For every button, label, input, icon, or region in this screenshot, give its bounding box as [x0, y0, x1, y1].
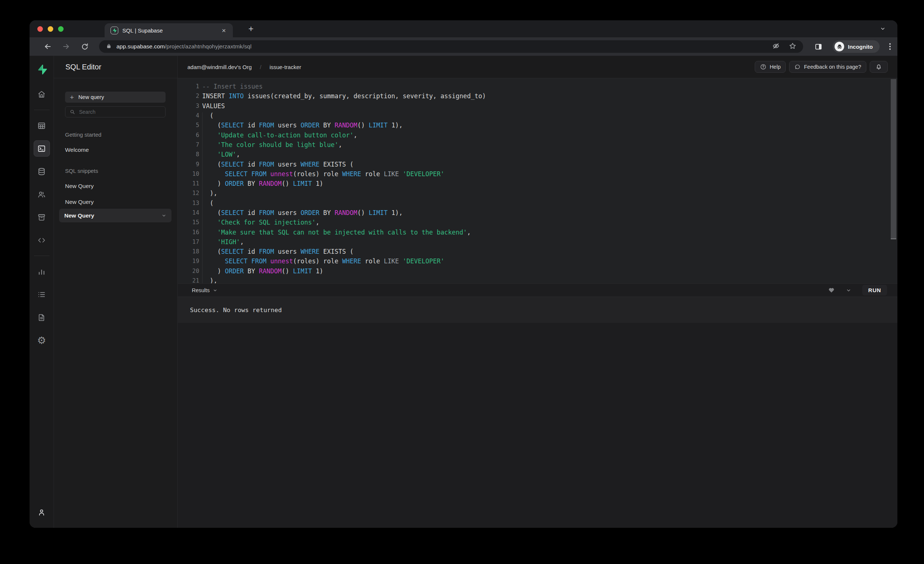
code-line[interactable]: 15 'Check for SQL injections', [178, 218, 897, 227]
editor-scrollbar[interactable] [891, 79, 896, 239]
table-editor-icon[interactable] [34, 117, 50, 134]
line-number: 11 [178, 180, 199, 187]
code-line[interactable]: 3VALUES [178, 101, 897, 111]
home-icon[interactable] [34, 86, 50, 102]
sidebar-item-new-query[interactable]: New Query [65, 183, 166, 190]
browser-tab[interactable]: SQL | Supabase × [105, 23, 233, 37]
code-line[interactable]: 14 (SELECT id FROM users ORDER BY RANDOM… [178, 208, 897, 218]
back-icon[interactable] [42, 41, 53, 52]
line-number: 1 [178, 83, 199, 90]
database-icon[interactable] [34, 163, 50, 180]
breadcrumb-org[interactable]: adam@windmill.dev's Org [188, 64, 252, 70]
auth-icon[interactable] [34, 186, 50, 202]
sidebar-item-new-query[interactable]: New Query [65, 198, 166, 206]
results-dropdown[interactable]: Results [192, 287, 218, 293]
forward-icon[interactable] [61, 41, 72, 52]
sidebar-header: SQL Editor [54, 56, 177, 78]
line-number: 20 [178, 268, 199, 274]
code-line[interactable]: 9 (SELECT id FROM users WHERE EXISTS ( [178, 159, 897, 169]
search-icon [69, 109, 75, 115]
tab-search-chevron-icon[interactable] [880, 26, 885, 33]
code-line[interactable]: 16 'Make sure that SQL can not be inject… [178, 227, 897, 237]
code-line[interactable]: 17 'HIGH', [178, 237, 897, 247]
tab-close-icon[interactable]: × [220, 26, 228, 35]
feedback-button[interactable]: Feedback on this page? [789, 61, 866, 73]
url-bar[interactable]: app.supabase.com/project/azahtnhqohyjerz… [99, 40, 803, 53]
line-number: 2 [178, 93, 199, 99]
window-controls [38, 26, 64, 32]
sidebar-section-label: Getting started [65, 132, 166, 138]
line-number: 21 [178, 277, 199, 283]
tab-title: SQL | Supabase [122, 27, 220, 34]
code-line[interactable]: 11 ) ORDER BY RANDOM() LIMIT 1) [178, 179, 897, 188]
code-line[interactable]: 19 SELECT FROM unnest(roles) role WHERE … [178, 256, 897, 266]
run-options-chevron-icon[interactable] [846, 288, 851, 293]
logs-icon[interactable] [34, 286, 50, 302]
code-line[interactable]: 4 ( [178, 111, 897, 120]
reports-icon[interactable] [34, 263, 50, 280]
favorite-heart-icon[interactable] [828, 287, 835, 294]
line-number: 6 [178, 132, 199, 139]
sql-editor-icon[interactable] [34, 141, 50, 157]
help-icon [760, 64, 766, 70]
success-message: Success. No rows returned [190, 307, 282, 314]
code-line[interactable]: 1-- Insert issues [178, 82, 897, 91]
sql-code-editor[interactable]: 1-- Insert issues2INSERT INTO issues(cre… [178, 78, 897, 283]
line-number: 19 [178, 258, 199, 265]
incognito-label: Incognito [848, 43, 873, 50]
code-line[interactable]: 8 'LOW', [178, 150, 897, 159]
api-icon[interactable] [34, 232, 50, 248]
code-line[interactable]: 18 (SELECT id FROM users WHERE EXISTS ( [178, 247, 897, 256]
breadcrumb-project[interactable]: issue-tracker [270, 64, 301, 70]
storage-icon[interactable] [34, 209, 50, 225]
close-window-button[interactable] [38, 26, 43, 32]
rail-divider [34, 256, 50, 256]
supabase-logo-icon[interactable] [36, 64, 47, 75]
code-line[interactable]: 2INSERT INTO issues(created_by, summary,… [178, 91, 897, 101]
new-tab-button[interactable]: + [246, 25, 256, 33]
settings-icon[interactable]: ⚙ [34, 332, 50, 348]
line-number: 13 [178, 200, 199, 206]
line-number: 18 [178, 248, 199, 255]
reload-icon[interactable] [79, 41, 90, 52]
code-line[interactable]: 5 (SELECT id FROM users ORDER BY RANDOM(… [178, 120, 897, 130]
line-number: 15 [178, 219, 199, 226]
sidebar-item-welcome[interactable]: Welcome [65, 146, 166, 154]
search-input[interactable] [79, 109, 135, 115]
browser-window: SQL | Supabase × + app.supa [30, 20, 897, 528]
docs-icon[interactable] [34, 309, 50, 325]
code-line[interactable]: 21 ), [178, 276, 897, 283]
minimize-window-button[interactable] [48, 26, 53, 32]
results-empty-area [178, 323, 897, 528]
help-button[interactable]: Help [755, 61, 786, 73]
line-number: 4 [178, 112, 199, 119]
zoom-window-button[interactable] [58, 26, 64, 32]
eye-off-icon[interactable] [772, 42, 780, 51]
sidebar-item-new-query-active[interactable]: New Query [59, 209, 171, 222]
chevron-down-icon [162, 213, 166, 218]
url-text: app.supabase.com/project/azahtnhqohyjerz… [116, 43, 251, 50]
bookmark-star-icon[interactable] [789, 42, 796, 51]
code-line[interactable]: 7 'The color should be light blue', [178, 140, 897, 150]
page-title: SQL Editor [65, 63, 101, 71]
supabase-app: ⚙ SQL Editor + New query [30, 56, 897, 528]
code-line[interactable]: 10 SELECT FROM unnest(roles) role WHERE … [178, 169, 897, 179]
notifications-button[interactable] [870, 61, 888, 73]
run-button[interactable]: RUN [862, 285, 887, 295]
code-line[interactable]: 6 'Update call-to-action button color', [178, 130, 897, 140]
line-number: 9 [178, 161, 199, 168]
plus-icon: + [70, 94, 74, 101]
code-line[interactable]: 12 ), [178, 188, 897, 198]
browser-menu-icon[interactable] [886, 43, 894, 50]
incognito-badge: Incognito [833, 40, 880, 53]
code-line[interactable]: 20 ) ORDER BY RANDOM() LIMIT 1) [178, 266, 897, 276]
screenshot-root: SQL | Supabase × + app.supa [0, 0, 924, 564]
sql-editor-sidebar: SQL Editor + New query Getting startedWe… [54, 56, 178, 528]
line-number: 3 [178, 103, 199, 109]
new-query-button[interactable]: + New query [65, 91, 166, 103]
search-box[interactable] [65, 106, 166, 117]
code-line[interactable]: 13 ( [178, 198, 897, 208]
side-panel-icon[interactable] [813, 41, 824, 52]
account-icon[interactable] [34, 504, 50, 521]
results-message-row: Success. No rows returned [178, 297, 897, 323]
